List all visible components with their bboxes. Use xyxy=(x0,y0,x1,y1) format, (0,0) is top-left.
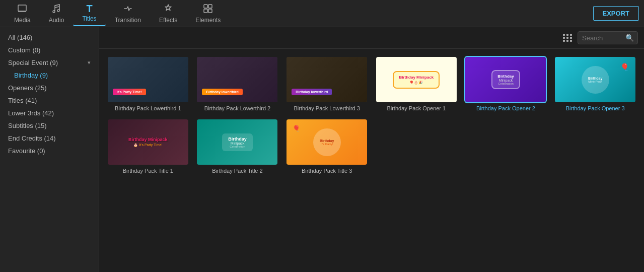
grid-item-lt3[interactable]: Birthday lowerthird Birthday Pack Lowert… xyxy=(286,57,368,111)
grid-view-toggle[interactable] xyxy=(563,34,573,42)
search-bar[interactable]: 🔍 xyxy=(578,31,638,44)
export-button[interactable]: EXPORT xyxy=(593,6,639,21)
search-input[interactable] xyxy=(582,34,622,42)
thumbnail-lt1: It's Party Time! xyxy=(108,57,188,102)
item-label-op3: Birthday Pack Opener 3 xyxy=(566,105,625,111)
elements-icon xyxy=(203,4,213,15)
grid-item-op1[interactable]: Birthday Minipack 🎈🎂🎉 Birthday Pack Open… xyxy=(376,57,457,111)
search-icon: 🔍 xyxy=(625,34,634,42)
toolbar-audio[interactable]: Audio xyxy=(40,1,74,27)
media-icon xyxy=(17,4,27,15)
thumbnail-title3: Birthday It's Party! 🎈 xyxy=(287,119,367,165)
svg-rect-0 xyxy=(18,5,26,11)
grid-item-op2[interactable]: Birthday Minipack Celebration Birthday P… xyxy=(465,57,547,111)
thumbnail-title1: Birthday Minipack 🎂 It's Party Time! xyxy=(108,119,188,165)
svg-rect-3 xyxy=(204,9,207,13)
grid-item-lt1[interactable]: It's Party Time! Birthday Pack Lowerthir… xyxy=(107,57,189,111)
sidebar-item-endcredits[interactable]: End Credits (14) xyxy=(0,132,99,145)
svg-rect-1 xyxy=(204,5,207,8)
item-label-lt3: Birthday Pack Lowerthird 3 xyxy=(294,105,360,111)
content-header: 🔍 xyxy=(99,27,644,49)
main-area: All (146) Custom (0) Special Event (9) ▾… xyxy=(0,27,644,272)
svg-rect-2 xyxy=(208,5,212,8)
item-label-lt1: Birthday Pack Lowerthird 1 xyxy=(115,105,181,111)
titles-label: Titles xyxy=(82,15,96,22)
sidebar-item-all[interactable]: All (146) xyxy=(0,31,99,44)
item-label-title3: Birthday Pack Title 3 xyxy=(302,168,352,174)
toolbar-media[interactable]: Media xyxy=(5,1,40,27)
sidebar-item-subtitles[interactable]: Subtitles (15) xyxy=(0,119,99,132)
grid-item-title1[interactable]: Birthday Minipack 🎂 It's Party Time! Bir… xyxy=(107,119,189,174)
sidebar-item-openers[interactable]: Openers (25) xyxy=(0,82,99,94)
svg-rect-4 xyxy=(208,9,212,13)
thumbnail-lt2: Birthday lowerthird xyxy=(197,57,277,102)
sidebar-item-favourite[interactable]: Favourite (0) xyxy=(0,145,99,157)
sidebar: All (146) Custom (0) Special Event (9) ▾… xyxy=(0,27,99,272)
elements-label: Elements xyxy=(195,17,221,24)
item-label-title1: Birthday Pack Title 1 xyxy=(123,168,173,174)
effects-label: Effects xyxy=(159,17,177,24)
grid-item-title3[interactable]: Birthday It's Party! 🎈 Birthday Pack Tit… xyxy=(286,119,368,174)
grid-item-title2[interactable]: Birthday Minipack Celebration Birthday P… xyxy=(197,119,278,174)
item-label-title2: Birthday Pack Title 2 xyxy=(212,168,262,174)
items-grid: It's Party Time! Birthday Pack Lowerthir… xyxy=(99,49,644,182)
sidebar-item-special-event[interactable]: Special Event (9) ▾ xyxy=(0,56,99,69)
item-label-op2: Birthday Pack Opener 2 xyxy=(476,105,535,111)
thumbnail-op3: Birthday Mini+Pack 🎈 xyxy=(555,57,635,102)
toolbar-titles[interactable]: T Titles xyxy=(73,1,105,26)
effects-icon xyxy=(163,4,173,15)
grid-dots-icon xyxy=(563,34,573,42)
item-label-lt2: Birthday Pack Lowerthird 2 xyxy=(204,105,270,111)
sidebar-item-lower3rds[interactable]: Lower 3rds (42) xyxy=(0,107,99,119)
content-area: 🔍 It's Party Time! Birthday Pack Lowerth… xyxy=(99,27,644,272)
thumbnail-lt3: Birthday lowerthird xyxy=(287,57,367,102)
media-label: Media xyxy=(14,17,31,24)
sidebar-item-custom[interactable]: Custom (0) xyxy=(0,44,99,56)
grid-item-lt2[interactable]: Birthday lowerthird Birthday Pack Lowert… xyxy=(197,57,278,111)
sidebar-item-birthday[interactable]: Birthday (9) xyxy=(0,69,99,82)
thumbnail-op1: Birthday Minipack 🎈🎂🎉 xyxy=(376,57,457,102)
chevron-down-icon: ▾ xyxy=(88,59,91,66)
toolbar-transition[interactable]: Transition xyxy=(106,1,150,27)
transition-icon xyxy=(123,4,133,15)
audio-label: Audio xyxy=(49,17,64,24)
thumbnail-op2: Birthday Minipack Celebration xyxy=(465,57,546,102)
toolbar-effects[interactable]: Effects xyxy=(150,1,186,27)
grid-item-op3[interactable]: Birthday Mini+Pack 🎈 Birthday Pack Opene… xyxy=(554,57,636,111)
toolbar-elements[interactable]: Elements xyxy=(186,1,230,27)
titles-icon: T xyxy=(86,4,92,14)
transition-label: Transition xyxy=(115,17,141,24)
item-label-op1: Birthday Pack Opener 1 xyxy=(387,105,446,111)
thumbnail-title2: Birthday Minipack Celebration xyxy=(197,119,277,165)
audio-icon xyxy=(51,4,61,15)
toolbar: Media Audio T Titles Transition Effects … xyxy=(0,0,644,27)
sidebar-item-titles[interactable]: Titles (41) xyxy=(0,94,99,107)
